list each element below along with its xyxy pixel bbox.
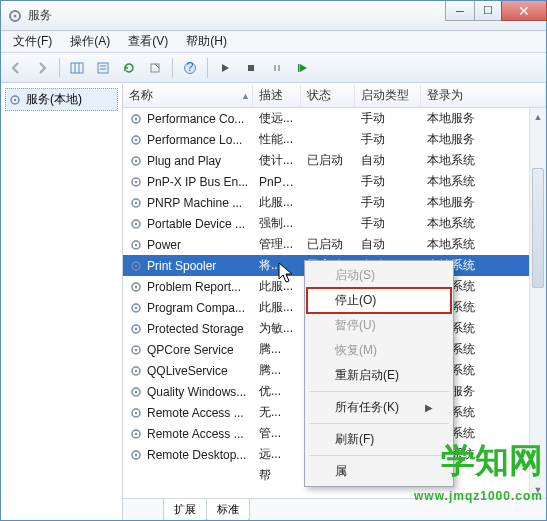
service-row[interactable]: Performance Lo...性能...手动本地服务 (123, 129, 546, 150)
forward-button[interactable] (31, 57, 53, 79)
tab-extended[interactable]: 扩展 (163, 499, 207, 520)
restart-service-button[interactable] (292, 57, 314, 79)
refresh-button[interactable] (118, 57, 140, 79)
pause-service-button[interactable] (266, 57, 288, 79)
menu-view[interactable]: 查看(V) (120, 31, 176, 52)
service-start: 手动 (355, 194, 421, 211)
svg-rect-11 (248, 65, 254, 71)
service-name: Remote Access ... (147, 427, 244, 441)
columns-button[interactable] (66, 57, 88, 79)
service-desc: 腾... (253, 341, 301, 358)
column-logon[interactable]: 登录为 (421, 84, 546, 107)
export-button[interactable] (144, 57, 166, 79)
app-icon (7, 8, 23, 24)
ctx-restart[interactable]: 重新启动(E) (307, 363, 451, 388)
service-start: 自动 (355, 236, 421, 253)
service-name: Performance Lo... (147, 133, 242, 147)
scroll-thumb[interactable] (532, 168, 544, 288)
svg-point-44 (135, 390, 137, 392)
gear-icon (129, 406, 143, 420)
service-logon: 本地系统 (421, 173, 546, 190)
service-status: 已启动 (301, 236, 355, 253)
svg-rect-5 (98, 63, 108, 73)
ctx-pause: 暂停(U) (307, 313, 451, 338)
service-name: Portable Device ... (147, 217, 245, 231)
ctx-refresh[interactable]: 刷新(F) (307, 427, 451, 452)
tab-strip: 扩展 标准 (123, 498, 546, 520)
service-name: Protected Storage (147, 322, 244, 336)
gear-icon (129, 301, 143, 315)
gear-icon (129, 238, 143, 252)
maximize-button[interactable]: ☐ (474, 1, 502, 21)
service-row[interactable]: Plug and Play使计...已启动自动本地系统 (123, 150, 546, 171)
service-desc: 远... (253, 446, 301, 463)
service-row[interactable]: Performance Co...使远...手动本地服务 (123, 108, 546, 129)
gear-icon (129, 322, 143, 336)
vertical-scrollbar[interactable]: ▲ ▼ (529, 108, 546, 498)
gear-icon (129, 385, 143, 399)
minimize-button[interactable]: ─ (445, 1, 475, 21)
sort-indicator-icon: ▲ (241, 91, 250, 101)
separator (309, 455, 449, 456)
service-desc: 此服... (253, 278, 301, 295)
ctx-start: 启动(S) (307, 263, 451, 288)
tree-root-item[interactable]: 服务(本地) (5, 88, 118, 111)
gear-icon (129, 175, 143, 189)
window-title: 服务 (28, 7, 446, 24)
column-desc[interactable]: 描述 (253, 84, 301, 107)
gear-icon (129, 154, 143, 168)
service-desc: 管理... (253, 236, 301, 253)
service-desc: 腾... (253, 362, 301, 379)
svg-point-34 (135, 285, 137, 287)
svg-point-18 (135, 117, 137, 119)
svg-point-38 (135, 327, 137, 329)
svg-text:?: ? (187, 61, 194, 74)
svg-point-36 (135, 306, 137, 308)
svg-point-28 (135, 222, 137, 224)
service-name: Plug and Play (147, 154, 221, 168)
scroll-up-icon[interactable]: ▲ (530, 108, 546, 125)
column-status[interactable]: 状态 (301, 84, 355, 107)
menu-file[interactable]: 文件(F) (5, 31, 60, 52)
ctx-stop[interactable]: 停止(O) (307, 288, 451, 313)
gear-icon (8, 93, 22, 107)
svg-point-42 (135, 369, 137, 371)
service-desc: 优... (253, 383, 301, 400)
menu-action[interactable]: 操作(A) (62, 31, 118, 52)
service-start: 手动 (355, 131, 421, 148)
svg-point-48 (135, 432, 137, 434)
service-row[interactable]: PNRP Machine ...此服...手动本地服务 (123, 192, 546, 213)
ctx-properties[interactable]: 属 (307, 459, 451, 484)
help-button[interactable]: ? (179, 57, 201, 79)
close-button[interactable]: ✕ (501, 1, 547, 21)
body: 服务(本地) 名称▲ 描述 状态 启动类型 登录为 ▲ ▼ Performanc… (1, 83, 546, 520)
gear-icon (129, 112, 143, 126)
service-row[interactable]: Portable Device ...强制...手动本地系统 (123, 213, 546, 234)
service-logon: 本地系统 (421, 236, 546, 253)
svg-point-30 (135, 243, 137, 245)
gear-icon (129, 217, 143, 231)
svg-rect-13 (278, 65, 280, 71)
svg-rect-2 (71, 63, 83, 73)
service-row[interactable]: PnP-X IP Bus En...PnP-...手动本地系统 (123, 171, 546, 192)
service-row[interactable]: Power管理...已启动自动本地系统 (123, 234, 546, 255)
stop-service-button[interactable] (240, 57, 262, 79)
service-name: Program Compa... (147, 301, 245, 315)
column-name[interactable]: 名称▲ (123, 84, 253, 107)
menu-help[interactable]: 帮助(H) (178, 31, 235, 52)
submenu-arrow-icon: ▶ (425, 402, 433, 413)
tab-standard[interactable]: 标准 (206, 499, 250, 520)
start-service-button[interactable] (214, 57, 236, 79)
column-start[interactable]: 启动类型 (355, 84, 421, 107)
toolbar: ? (1, 53, 546, 83)
ctx-alltasks[interactable]: 所有任务(K)▶ (307, 395, 451, 420)
svg-rect-12 (274, 65, 276, 71)
service-name: PNRP Machine ... (147, 196, 242, 210)
scroll-down-icon[interactable]: ▼ (530, 481, 546, 498)
properties-button[interactable] (92, 57, 114, 79)
service-desc: 使计... (253, 152, 301, 169)
service-desc: 使远... (253, 110, 301, 127)
service-name: Remote Access ... (147, 406, 244, 420)
gear-icon (129, 280, 143, 294)
back-button[interactable] (5, 57, 27, 79)
